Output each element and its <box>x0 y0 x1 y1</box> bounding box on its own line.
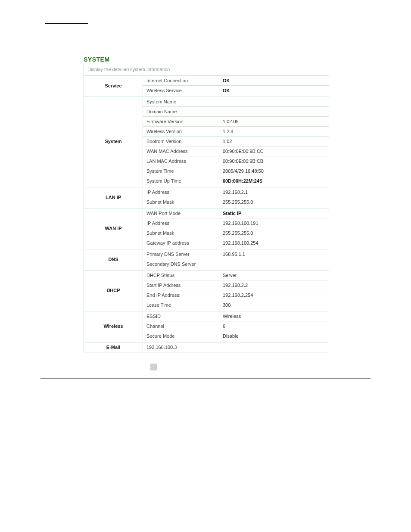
row-lan-subnet: Subnet Mask255.255.255.0 <box>143 197 329 207</box>
value: Static IP <box>219 208 329 218</box>
section-label-dhcp: DHCP <box>84 271 143 310</box>
value: 2005/4/29 16:48:50 <box>219 166 329 176</box>
key: Secure Mode <box>143 331 219 341</box>
header-underline <box>45 21 88 26</box>
value: Disable <box>219 331 329 341</box>
value: 1.2.8 <box>219 127 329 136</box>
section-dns: DNS Primary DNS Server168.95.1.1 Seconda… <box>84 249 329 269</box>
section-label-service: Service <box>84 76 143 95</box>
system-panel: SYSTEM Display the detailed system infor… <box>84 56 329 352</box>
row-lan-ip-address: IP Address192.168.2.1 <box>143 187 329 197</box>
row-dhcp-end-ip: End IP Address:192.168.2.254 <box>143 290 329 300</box>
row-dhcp-lease-time: Lease Time300 <box>143 300 329 310</box>
section-wireless: Wireless ESSIDWireless Channel6 Secure M… <box>84 311 329 341</box>
value: 6 <box>219 321 329 331</box>
row-system-uptime: System Up Time00D:00H:22M:24S <box>143 176 329 186</box>
value: 1.02.08 <box>219 117 329 126</box>
value: 00D:00H:22M:24S <box>219 176 329 186</box>
key: Channel <box>143 321 219 331</box>
row-wan-mac: WAN MAC Address00:90:0E:00:9B:CC <box>143 146 329 156</box>
section-label-wireless: Wireless <box>84 311 143 341</box>
key: System Up Time <box>143 176 219 186</box>
row-wan-port-mode: WAN Port ModeStatic IP <box>143 208 329 218</box>
value: Server <box>219 271 329 280</box>
section-label-wan-ip: WAN IP <box>84 208 143 248</box>
row-lan-mac: LAN MAC Address00:90:0E:00:9B:CB <box>143 156 329 166</box>
row-dhcp-start-ip: Start IP Address192.168.2.2 <box>143 280 329 290</box>
key: Domain Name <box>143 107 219 116</box>
row-internet-connection: Internet Connection OK <box>143 76 329 86</box>
row-channel: Channel6 <box>143 321 329 331</box>
key: Primary DNS Server <box>143 249 219 259</box>
key: WAN Port Mode <box>143 208 219 218</box>
key: Bootrom Version <box>143 137 219 146</box>
section-system: System System Name Domain Name Firmware … <box>84 96 329 186</box>
row-domain-name: Domain Name <box>143 107 329 117</box>
row-secure-mode: Secure ModeDisable <box>143 331 329 341</box>
key: Lease Time <box>143 300 219 310</box>
row-essid: ESSIDWireless <box>143 311 329 321</box>
value: 192.168.2.1 <box>219 187 329 197</box>
key: Firmware Version <box>143 117 219 126</box>
value <box>219 107 329 116</box>
value: 00:90:0E:00:9B:CC <box>219 146 329 156</box>
key: WAN MAC Address <box>143 146 219 156</box>
value <box>219 97 329 106</box>
row-wan-ip-address: IP Address192.168.100.191 <box>143 218 329 228</box>
key: Subnet Mask <box>143 228 219 238</box>
panel-subtitle: Display the detailed system information <box>84 64 329 75</box>
key: Gateway IP address <box>143 238 219 248</box>
key: System Name <box>143 97 219 106</box>
row-dhcp-status: DHCP StatusServer <box>143 271 329 280</box>
row-system-name: System Name <box>143 97 329 107</box>
section-lan-ip: LAN IP IP Address192.168.2.1 Subnet Mask… <box>84 187 329 207</box>
section-email: E-Mail 192.168.100.3 <box>84 342 329 352</box>
value: OK <box>219 86 329 95</box>
row-wireless-version: Wireless Version1.2.8 <box>143 127 329 137</box>
value <box>219 259 329 269</box>
key: Internet Connection <box>143 76 219 85</box>
row-system-time: System Time2005/4/29 16:48:50 <box>143 166 329 176</box>
key: Wireless Service <box>143 86 219 95</box>
row-bootrom-version: Bootrom Version1.02 <box>143 137 329 146</box>
key: System Time <box>143 166 219 176</box>
email-value: 192.168.100.3 <box>143 342 329 352</box>
value: 255.255.255.0 <box>219 197 329 207</box>
key: DHCP Status <box>143 271 219 280</box>
key: Secondary DNS Server <box>143 259 219 269</box>
section-dhcp: DHCP DHCP StatusServer Start IP Address1… <box>84 270 329 310</box>
row-wan-gateway: Gateway IP address192.168.100.254 <box>143 238 329 248</box>
value: 1.02 <box>219 137 329 146</box>
key: Subnet Mask <box>143 197 219 207</box>
row-primary-dns: Primary DNS Server168.95.1.1 <box>143 249 329 259</box>
key: End IP Address: <box>143 290 219 300</box>
section-wan-ip: WAN IP WAN Port ModeStatic IP IP Address… <box>84 208 329 248</box>
value: 255.255.255.0 <box>219 228 329 238</box>
system-table: Display the detailed system information … <box>84 64 329 352</box>
row-secondary-dns: Secondary DNS Server <box>143 259 329 269</box>
key: IP Address <box>143 187 219 197</box>
key: IP Address <box>143 218 219 228</box>
footer-rule <box>40 378 371 379</box>
section-label-email: E-Mail <box>84 342 143 352</box>
value: Wireless <box>219 311 329 321</box>
key: Start IP Address <box>143 280 219 290</box>
value: 192.168.2.254 <box>219 290 329 300</box>
value: 00:90:0E:00:9B:CB <box>219 156 329 166</box>
value: 168.95.1.1 <box>219 249 329 259</box>
key: ESSID <box>143 311 219 321</box>
value: 192.168.100.254 <box>219 238 329 248</box>
key: Wireless Version <box>143 127 219 136</box>
key: LAN MAC Address <box>143 156 219 166</box>
panel-title: SYSTEM <box>84 56 329 63</box>
value: OK <box>219 76 329 85</box>
row-firmware-version: Firmware Version1.02.08 <box>143 117 329 127</box>
row-wireless-service: Wireless Service OK <box>143 86 329 95</box>
section-service: Service Internet Connection OK Wireless … <box>84 75 329 95</box>
section-label-dns: DNS <box>84 249 143 269</box>
value: 192.168.2.2 <box>219 280 329 290</box>
section-label-system: System <box>84 97 143 186</box>
value: 192.168.100.191 <box>219 218 329 228</box>
footer-square-icon <box>150 364 157 370</box>
value: 300 <box>219 300 329 310</box>
